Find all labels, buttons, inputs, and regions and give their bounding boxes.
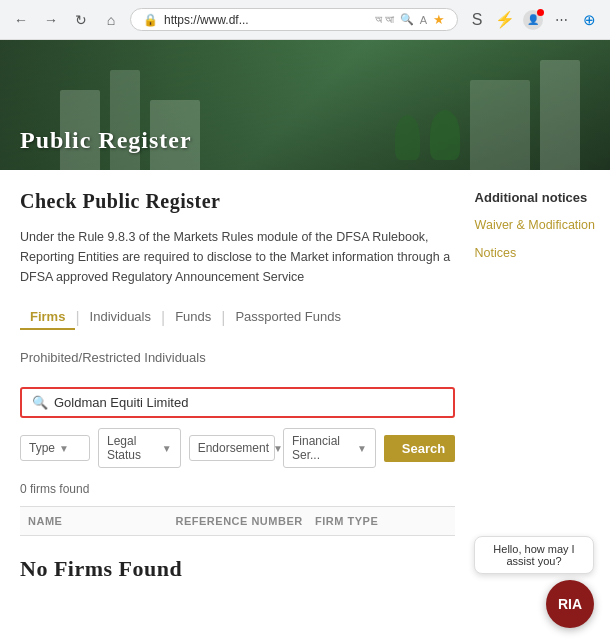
waiver-link-text: Waiver & Modification (475, 217, 595, 235)
url-text: https://www.df... (164, 13, 369, 27)
type-filter-label: Type (29, 441, 55, 455)
endorsement-label: Endorsement (198, 441, 269, 455)
edge-button[interactable]: ⊕ (578, 9, 600, 31)
tab-individuals[interactable]: Individuals (80, 305, 161, 330)
tab-funds[interactable]: Funds (165, 305, 221, 330)
browser-action-buttons: S ⚡ 👤 ⋯ ⊕ (466, 9, 600, 31)
legal-status-filter[interactable]: Legal Status ▼ (98, 428, 181, 468)
tabs-row1: Firms | Individuals | Funds | Passported… (20, 305, 455, 330)
col-name-header: NAME (20, 515, 176, 527)
bookmark-icon: ★ (433, 12, 445, 27)
profile-button[interactable]: 👤 (522, 9, 544, 31)
tab-passported-funds[interactable]: Passported Funds (225, 305, 351, 330)
zoom-icon: 🔍 (400, 13, 414, 26)
financial-ser-filter[interactable]: Financial Ser... ▼ (283, 428, 376, 468)
text-size-icon: A (420, 14, 427, 26)
hero-title: Public Register (20, 127, 192, 154)
address-bar[interactable]: 🔒 https://www.df... অ আ 🔍 A ★ (130, 8, 458, 31)
back-button[interactable]: ← (10, 9, 32, 31)
right-sidebar: Additional notices Waiver & Modification… (475, 190, 610, 592)
type-filter[interactable]: Type ▼ (20, 435, 90, 461)
financial-ser-label: Financial Ser... (292, 434, 353, 462)
chat-widget: Hello, how may I assist you? RIA (474, 536, 594, 612)
search-input[interactable] (54, 395, 443, 410)
table-header: NAME REFERENCE NUMBER FIRM TYPE (20, 506, 455, 536)
home-button[interactable]: ⌂ (100, 9, 122, 31)
tab-firms[interactable]: Firms (20, 305, 75, 330)
search-icon: 🔍 (32, 395, 48, 410)
notices-link-text: Notices (475, 245, 517, 263)
chat-avatar-button[interactable]: RIA (546, 580, 594, 612)
page-heading: Check Public Register (20, 190, 455, 213)
endorsement-filter[interactable]: Endorsement ▼ (189, 435, 275, 461)
chat-bubble: Hello, how may I assist you? (474, 536, 594, 574)
extensions-button[interactable]: S (466, 9, 488, 31)
forward-button[interactable]: → (40, 9, 62, 31)
page-description: Under the Rule 9.8.3 of the Markets Rule… (20, 227, 455, 287)
col-ref-header: REFERENCE NUMBER (176, 515, 316, 527)
sidebar-heading: Additional notices (475, 190, 610, 205)
search-input-container: 🔍 (20, 387, 455, 418)
legal-status-arrow: ▼ (162, 443, 172, 454)
filter-row: Type ▼ Legal Status ▼ Endorsement ▼ Fina… (20, 428, 455, 468)
refresh-button[interactable]: ↻ (70, 9, 92, 31)
financial-ser-arrow: ▼ (357, 443, 367, 454)
hero-banner: Public Register (0, 40, 610, 170)
no-results-heading: No Firms Found (20, 536, 455, 592)
extensions2-button[interactable]: ⚡ (494, 9, 516, 31)
type-filter-arrow: ▼ (59, 443, 69, 454)
more-button[interactable]: ⋯ (550, 9, 572, 31)
browser-chrome: ← → ↻ ⌂ 🔒 https://www.df... অ আ 🔍 A ★ S … (0, 0, 610, 40)
legal-status-label: Legal Status (107, 434, 158, 462)
translate-icon: অ আ (375, 13, 394, 26)
results-count: 0 firms found (20, 482, 455, 496)
search-button[interactable]: Search (384, 435, 455, 462)
tabs-row2: Prohibited/Restricted Individuals (20, 346, 455, 369)
lock-icon: 🔒 (143, 13, 158, 27)
endorsement-arrow: ▼ (273, 443, 283, 454)
sidebar-link-waiver[interactable]: Waiver & Modification ⧉ (475, 217, 610, 235)
col-type-header: FIRM TYPE (315, 515, 455, 527)
left-section: Check Public Register Under the Rule 9.8… (20, 190, 455, 592)
sidebar-link-notices[interactable]: Notices ⧉ (475, 245, 610, 263)
tab-prohibited[interactable]: Prohibited/Restricted Individuals (20, 346, 206, 369)
